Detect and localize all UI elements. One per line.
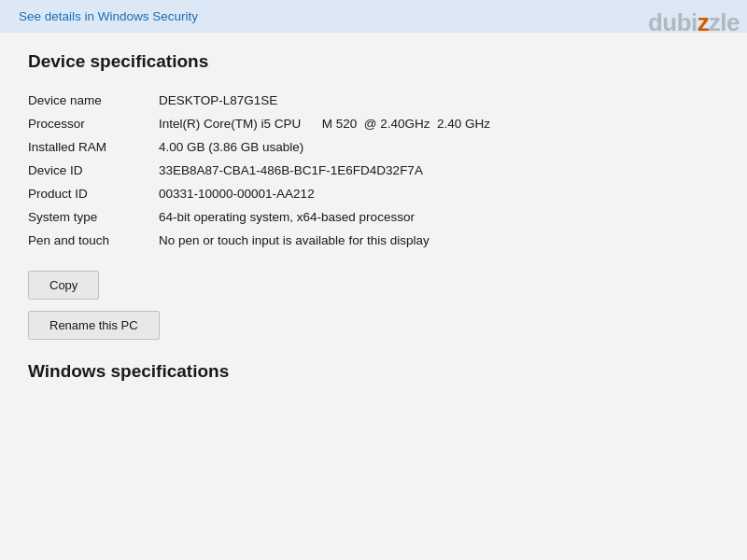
device-specs-title: Device specifications xyxy=(28,51,719,72)
dubizzle-dot: z xyxy=(698,8,709,36)
windows-specs-title: Windows specifications xyxy=(28,361,719,382)
main-container: See details in Windows Security dubizzle… xyxy=(0,0,747,560)
label-installed-ram: Installed RAM xyxy=(28,135,159,159)
specs-table: Device name DESKTOP-L87G1SE Processor In… xyxy=(28,89,719,252)
value-installed-ram: 4.00 GB (3.86 GB usable) xyxy=(159,135,719,159)
label-device-name: Device name xyxy=(28,89,159,112)
value-device-id: 33EB8A87-CBA1-486B-BC1F-1E6FD4D32F7A xyxy=(159,159,719,182)
value-processor: Intel(R) Core(TM) i5 CPU M 520 @ 2.40GHz… xyxy=(159,112,719,135)
windows-specs-section: Windows specifications xyxy=(28,357,719,382)
windows-security-link[interactable]: See details in Windows Security xyxy=(19,9,198,23)
table-row: Device ID 33EB8A87-CBA1-486B-BC1F-1E6FD4… xyxy=(28,159,719,182)
table-row: Product ID 00331-10000-00001-AA212 xyxy=(28,182,719,205)
label-device-id: Device ID xyxy=(28,159,159,182)
copy-button-row: Copy xyxy=(28,271,719,300)
value-product-id: 00331-10000-00001-AA212 xyxy=(159,182,719,205)
top-link-bar: See details in Windows Security xyxy=(0,0,747,33)
dubizzle-text: dubi xyxy=(648,8,698,36)
rename-pc-button[interactable]: Rename this PC xyxy=(28,311,160,340)
label-product-id: Product ID xyxy=(28,182,159,205)
dubizzle-logo: dubizzle xyxy=(648,7,747,37)
rename-button-row: Rename this PC xyxy=(28,311,719,340)
copy-button[interactable]: Copy xyxy=(28,271,99,300)
table-row: Installed RAM 4.00 GB (3.86 GB usable) xyxy=(28,135,719,159)
dubizzle-text2: zle xyxy=(709,8,740,36)
content-area: Device specifications Device name DESKTO… xyxy=(0,33,747,396)
label-system-type: System type xyxy=(28,205,159,229)
value-system-type: 64-bit operating system, x64-based proce… xyxy=(159,205,719,229)
label-pen-touch: Pen and touch xyxy=(28,229,159,252)
table-row: Device name DESKTOP-L87G1SE xyxy=(28,89,719,112)
table-row: Pen and touch No pen or touch input is a… xyxy=(28,229,719,252)
table-row: Processor Intel(R) Core(TM) i5 CPU M 520… xyxy=(28,112,719,135)
value-device-name: DESKTOP-L87G1SE xyxy=(159,89,719,112)
table-row: System type 64-bit operating system, x64… xyxy=(28,205,719,229)
label-processor: Processor xyxy=(28,112,159,135)
value-pen-touch: No pen or touch input is available for t… xyxy=(159,229,719,252)
